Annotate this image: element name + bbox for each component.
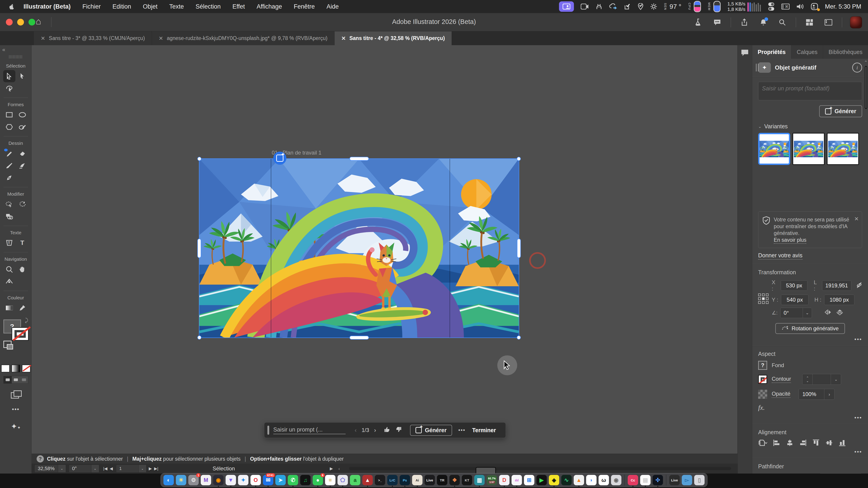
tab-bibliotheques[interactable]: Bibliothèques	[823, 45, 868, 59]
color-button[interactable]	[1, 365, 10, 372]
swap-fill-stroke-icon[interactable]: ⤸	[25, 317, 28, 324]
eyedropper-tool[interactable]	[16, 302, 29, 314]
toggles-icon[interactable]	[768, 2, 775, 11]
dock-app-illustrator[interactable]: Ai	[412, 475, 423, 485]
edit-toolbar-button[interactable]: •••	[12, 406, 20, 413]
menu-sélection[interactable]: Sélection	[195, 3, 221, 10]
feedback-link[interactable]: Donner votre avis	[758, 252, 802, 260]
feedback-comment-icon[interactable]	[712, 17, 723, 28]
info-icon[interactable]: i	[852, 63, 862, 72]
align-center-vertical-icon[interactable]	[826, 439, 833, 447]
ellipse-tool[interactable]	[16, 109, 29, 121]
panel-generate-button[interactable]: Générer	[819, 105, 862, 117]
x-field[interactable]: 530 px	[781, 281, 807, 291]
selection-handle-bottom-left[interactable]	[197, 335, 202, 339]
video-camera-icon[interactable]	[581, 2, 589, 11]
dock-app-firefox[interactable]: ◉	[213, 475, 223, 485]
align-to-selection-dropdown[interactable]	[758, 439, 767, 447]
generative-object-badge[interactable]	[273, 152, 286, 165]
align-top-icon[interactable]	[812, 439, 819, 447]
dock-app-d-browser[interactable]: D	[499, 475, 509, 485]
apple-menu-icon[interactable]	[8, 3, 14, 10]
dock-app-trash[interactable]: ▯	[694, 475, 705, 485]
draw-behind-mode[interactable]	[12, 376, 20, 383]
dock-app-telegram[interactable]: ➤	[275, 475, 286, 485]
account-avatar[interactable]	[850, 16, 862, 29]
dock-app-media-player[interactable]: ⬠	[338, 475, 348, 485]
mem-gauge[interactable]: MEM	[708, 2, 721, 11]
zoom-level-control[interactable]: 32,58% ⌄	[34, 464, 66, 473]
default-fill-stroke-icon[interactable]	[3, 341, 11, 348]
dock-app-gray-camera-app[interactable]: ◉	[611, 475, 621, 485]
pencil-tool[interactable]	[3, 147, 16, 160]
none-button[interactable]	[22, 365, 31, 372]
change-screen-mode-button[interactable]	[11, 390, 21, 398]
dock-app-dark-pattern-app[interactable]: ✣	[653, 475, 663, 485]
menu-bar-clock[interactable]: Mer. 5:30 PM	[825, 3, 861, 10]
dock-app-photos-folder[interactable]: ▻	[682, 475, 692, 485]
y-field[interactable]: 540 px	[781, 295, 809, 305]
document-tab-1[interactable]: ✕Sans titre - 3* @ 33,33 % (CMJN/Aperçu)	[34, 31, 152, 45]
rotation-dropdown-icon[interactable]: ⌄	[91, 465, 99, 473]
dock-app-llama-app[interactable]: ω	[598, 475, 609, 485]
dock-app-finder[interactable]: ◐	[163, 475, 174, 485]
align-more-options[interactable]: •••	[758, 449, 862, 455]
dock-app-lightroom-classic[interactable]: LrC	[387, 475, 398, 485]
artboard-dropdown-icon[interactable]: ⌄	[138, 465, 146, 473]
selection-handle-top-right[interactable]	[517, 157, 521, 161]
network-activity[interactable]: 1,5 KB/s 1,8 KB/s	[727, 1, 761, 12]
fill-color-swatch[interactable]: ?	[758, 361, 767, 370]
align-bottom-icon[interactable]	[839, 439, 846, 447]
zoom-dropdown-icon[interactable]: ⌄	[58, 465, 66, 473]
transform-more-options[interactable]: •••	[758, 336, 862, 343]
paintbrush-tool[interactable]	[3, 160, 16, 172]
active-app-name[interactable]: Illustrator (Beta)	[24, 3, 71, 10]
flip-vertical-icon[interactable]	[836, 309, 843, 317]
selection-handle-bottom-right[interactable]	[517, 335, 521, 339]
dock-app-kt-app[interactable]: KT	[462, 475, 472, 485]
rotation-value[interactable]: 0°	[69, 465, 91, 473]
dock-app-davinci-resolve[interactable]: ❖	[450, 475, 460, 485]
sensor-temperature[interactable]: SEN 97 °	[664, 2, 681, 11]
artboard-number-value[interactable]: 1	[116, 465, 138, 473]
variant-thumbnail-2[interactable]	[793, 133, 825, 165]
stroke-swatch[interactable]	[11, 327, 29, 341]
dock-app-red-recorder[interactable]: ▲	[362, 475, 373, 485]
creative-cloud-sync-icon[interactable]	[609, 2, 617, 11]
scroll-left-chevron[interactable]: ‹	[338, 466, 340, 471]
brightness-icon[interactable]	[650, 2, 657, 11]
dock-app-settings[interactable]: ⚙1	[188, 475, 199, 485]
magic-wand-lasso-tool[interactable]	[3, 82, 16, 94]
stroke-width-value[interactable]	[813, 374, 831, 385]
dock-app-copilot[interactable]: ◗	[586, 475, 596, 485]
reference-point-selector[interactable]	[758, 293, 769, 304]
volume-icon[interactable]	[796, 2, 804, 11]
menu-effet[interactable]: Effet	[232, 3, 245, 10]
previous-variant-button[interactable]: ‹	[355, 427, 357, 434]
collapse-toolbar-button[interactable]: «	[2, 46, 5, 53]
assistant-icon[interactable]	[596, 2, 602, 11]
menu-texte[interactable]: Texte	[169, 3, 184, 10]
prompt-bar-more-button[interactable]: •••	[458, 427, 465, 433]
dock-app-yellow-app[interactable]: ◈	[549, 475, 559, 485]
gradient-button[interactable]	[11, 365, 20, 372]
menu-edition[interactable]: Edition	[113, 3, 131, 10]
shape-builder-tool[interactable]	[3, 210, 16, 223]
horizontal-scrollbar[interactable]	[349, 467, 731, 470]
generative-sparkle-icon[interactable]: ✦✦	[11, 422, 21, 431]
dock-app-whatsapp[interactable]: ✆	[288, 475, 298, 485]
panel-prompt-textarea[interactable]	[758, 82, 862, 100]
angle-dropdown-icon[interactable]: ⌄	[803, 308, 812, 318]
user-switch-icon[interactable]	[811, 2, 818, 11]
close-notice-icon[interactable]: ✕	[854, 216, 859, 222]
panel-scrollbar[interactable]: ⌃	[864, 61, 868, 471]
menu-fenêtre[interactable]: Fenêtre	[293, 3, 315, 10]
dock-app-notes[interactable]: ≡	[325, 475, 336, 485]
dock-app-creative-cloud[interactable]: Cc	[628, 475, 638, 485]
first-artboard-button[interactable]: |◀	[103, 466, 107, 471]
document-tab-2[interactable]: ✕agnese-rudzite-kSxkjuDMY0Q-unsplash.jpg…	[152, 31, 335, 45]
artboard-number-control[interactable]: 1 ⌄	[116, 464, 147, 473]
keyboard-switcher-icon[interactable]: ⌘	[781, 2, 789, 11]
opacity-expand-icon[interactable]: ›	[824, 389, 834, 399]
stroke-color-swatch[interactable]	[758, 375, 767, 384]
